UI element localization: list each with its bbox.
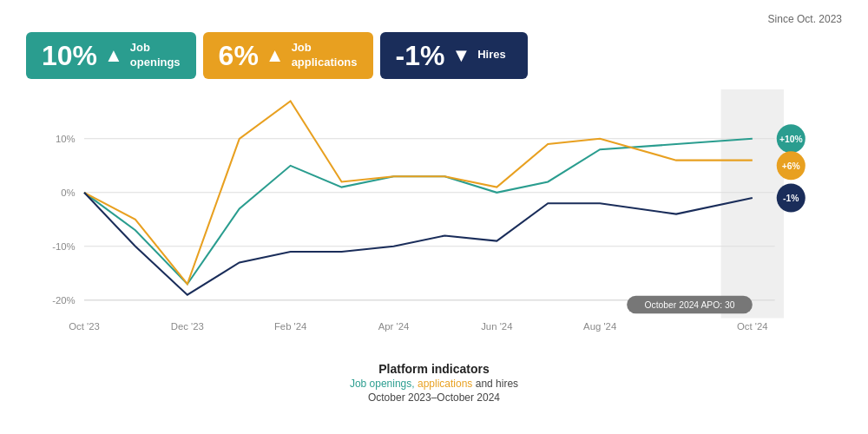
svg-text:Oct '24: Oct '24 [737, 321, 768, 332]
kpi-label-hires: Hires [477, 48, 506, 62]
svg-text:Oct '23: Oct '23 [69, 321, 100, 332]
kpi-pct-job-applications: 6% [219, 42, 259, 69]
chart-footer: Platform indicators Job openings, applic… [26, 362, 842, 404]
chart-area: 10% 0% -10% -20% Oct '23 Dec '23 Feb '24… [26, 89, 842, 358]
svg-text:+6%: +6% [782, 161, 800, 171]
svg-text:Dec '23: Dec '23 [171, 321, 204, 332]
svg-text:0%: 0% [61, 187, 75, 198]
svg-rect-0 [721, 89, 784, 319]
kpi-label-job-applications: Jobapplications [292, 41, 358, 70]
svg-text:Apr '24: Apr '24 [378, 321, 410, 332]
svg-text:October 2024 APO: 30: October 2024 APO: 30 [645, 300, 735, 310]
kpi-arrow-hires: ▼ [451, 44, 470, 67]
svg-text:Jun '24: Jun '24 [481, 321, 512, 332]
svg-text:Feb '24: Feb '24 [274, 321, 307, 332]
svg-text:-20%: -20% [52, 295, 76, 306]
svg-text:10%: 10% [56, 134, 76, 144]
kpi-arrow-job-openings: ▲ [104, 44, 123, 67]
svg-text:Aug '24: Aug '24 [583, 321, 616, 332]
kpi-label-job-openings: Jobopenings [130, 41, 181, 70]
chart-title: Platform indicators [26, 362, 842, 376]
subtitle-applications: applications [418, 378, 472, 390]
kpi-card-hires: -1% ▼ Hires [380, 32, 528, 79]
svg-text:-10%: -10% [52, 241, 76, 252]
kpi-card-job-applications: 6% ▲ Jobapplications [203, 32, 373, 79]
kpi-arrow-job-applications: ▲ [266, 44, 285, 67]
kpi-card-job-openings: 10% ▲ Jobopenings [26, 32, 196, 79]
subtitle-hires: and hires [476, 378, 518, 390]
subtitle-job-openings: Job openings, [350, 378, 415, 390]
kpi-pct-job-openings: 10% [42, 42, 97, 69]
since-label: Since Oct. 2023 [26, 13, 842, 25]
svg-text:-1%: -1% [783, 194, 799, 203]
kpi-pct-hires: -1% [396, 42, 445, 69]
svg-text:+10%: +10% [779, 135, 803, 144]
chart-subtitle: Job openings, applications and hires [26, 378, 842, 390]
kpi-row: 10% ▲ Jobopenings 6% ▲ Jobapplications -… [26, 32, 842, 79]
chart-period: October 2023–October 2024 [26, 391, 842, 404]
chart-svg: 10% 0% -10% -20% Oct '23 Dec '23 Feb '24… [26, 89, 842, 358]
